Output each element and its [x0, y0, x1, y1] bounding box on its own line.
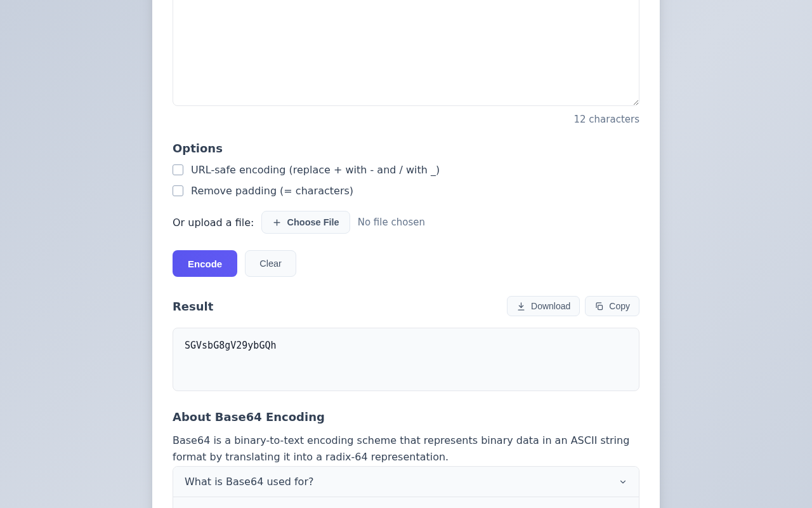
upload-row: Or upload a file: Choose File No file ch…: [173, 211, 639, 234]
option-url-safe[interactable]: URL-safe encoding (replace + with - and …: [173, 164, 639, 176]
about-heading: About Base64 Encoding: [173, 410, 639, 424]
download-icon: [516, 302, 526, 311]
upload-label: Or upload a file:: [173, 217, 254, 229]
about-accordion: What is Base64 used for? Base64 Encoding…: [173, 466, 639, 508]
choose-file-button[interactable]: Choose File: [261, 211, 350, 234]
result-actions: Download Copy: [507, 296, 639, 316]
plus-icon: [272, 218, 282, 227]
chevron-down-icon: [619, 478, 627, 486]
input-area: [173, 0, 639, 109]
download-label: Download: [531, 301, 570, 311]
copy-label: Copy: [609, 301, 630, 311]
url-safe-checkbox[interactable]: [173, 164, 183, 175]
encode-button[interactable]: Encode: [173, 250, 237, 277]
clear-button[interactable]: Clear: [245, 250, 296, 277]
copy-icon: [594, 302, 604, 311]
accordion-item-usage: What is Base64 used for?: [173, 467, 639, 497]
options-heading: Options: [173, 142, 639, 155]
character-count: 12 characters: [173, 114, 639, 125]
svg-rect-2: [598, 305, 603, 309]
accordion-header-usage[interactable]: What is Base64 used for?: [173, 467, 639, 497]
file-status: No file chosen: [358, 217, 425, 228]
url-safe-label: URL-safe encoding (replace + with - and …: [191, 164, 440, 176]
action-buttons: Encode Clear: [173, 250, 639, 277]
result-heading: Result: [173, 300, 213, 313]
accordion-header-details[interactable]: Base64 Encoding Details: [173, 497, 639, 508]
accordion-item-details: Base64 Encoding Details: [173, 497, 639, 508]
copy-button[interactable]: Copy: [585, 296, 639, 316]
remove-padding-label: Remove padding (= characters): [191, 185, 353, 197]
option-remove-padding[interactable]: Remove padding (= characters): [173, 185, 639, 197]
choose-file-label: Choose File: [287, 217, 339, 227]
download-button[interactable]: Download: [507, 296, 580, 316]
accordion-title: What is Base64 used for?: [185, 476, 313, 488]
about-description: Base64 is a binary-to-text encoding sche…: [173, 432, 639, 465]
result-header: Result Download Copy: [173, 296, 639, 316]
result-output[interactable]: SGVsbG8gV29ybGQh: [173, 328, 639, 391]
encoder-card: 12 characters Options URL-safe encoding …: [152, 0, 660, 508]
remove-padding-checkbox[interactable]: [173, 185, 183, 196]
input-textarea[interactable]: [173, 0, 639, 106]
